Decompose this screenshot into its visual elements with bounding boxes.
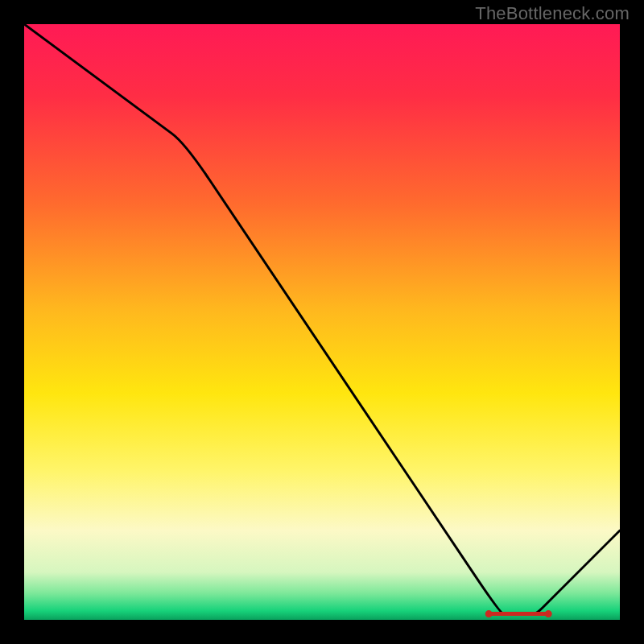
optimal-range-end-dot [545, 610, 552, 617]
optimal-range-start-dot [485, 610, 493, 617]
bottleneck-curve-chart [24, 24, 620, 620]
chart-plot-area [24, 24, 620, 620]
watermark-text: TheBottleneck.com [475, 3, 630, 24]
chart-frame: TheBottleneck.com [0, 0, 644, 644]
gradient-background [24, 24, 620, 620]
